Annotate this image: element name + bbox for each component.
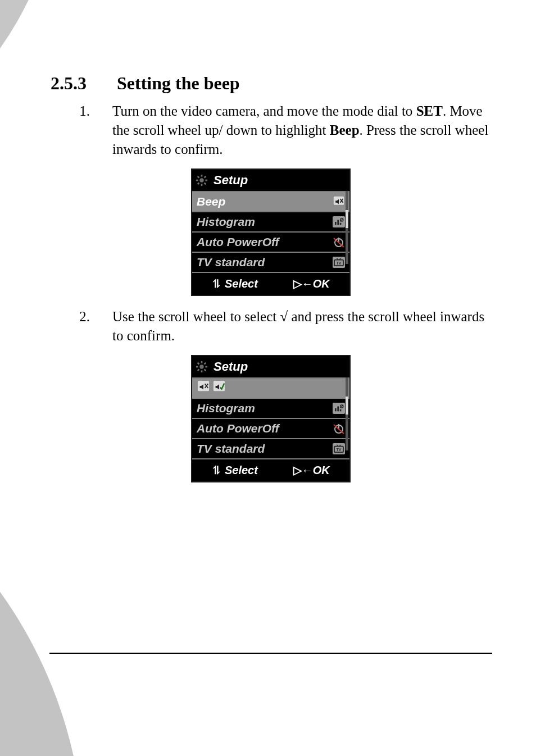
svg-line-30	[205, 370, 206, 371]
svg-point-0	[199, 178, 203, 182]
svg-line-31	[198, 370, 199, 371]
menu-item-histogram[interactable]: Histogram	[192, 212, 349, 233]
steps-list: 1. Turn on the video camera, and move th…	[51, 102, 491, 490]
svg-line-32	[205, 363, 206, 365]
histogram-icon	[333, 403, 345, 414]
svg-rect-13	[337, 220, 339, 225]
menu-item-autopoweroff[interactable]: Auto PowerOff	[192, 419, 349, 439]
section-number: 2.5.3	[51, 73, 112, 94]
svg-text:TV: TV	[336, 448, 341, 453]
device-screen-1: Setup Beep Histogram	[191, 168, 351, 296]
svg-line-7	[198, 183, 199, 185]
screenshot-row: Setup	[51, 348, 491, 490]
step-body: Use the scroll wheel to select √ and pre…	[112, 307, 491, 345]
speaker-on-icon	[212, 380, 226, 397]
menu-beep: Beep	[330, 122, 360, 138]
svg-line-29	[198, 363, 199, 365]
section-heading: 2.5.3 Setting the beep	[51, 73, 491, 94]
step-1: 1. Turn on the video camera, and move th…	[51, 102, 491, 158]
press-in-icon: ▷←	[293, 277, 313, 290]
select-hint: ⥮ Select	[212, 463, 258, 478]
svg-text:TV: TV	[336, 261, 341, 266]
ok-hint: ▷←OK	[293, 276, 330, 292]
menu-item-tvstandard[interactable]: TV standard TV	[192, 253, 349, 272]
menu-item-tvstandard[interactable]: TV standard TV	[192, 439, 349, 458]
svg-rect-38	[337, 407, 339, 412]
scroll-icon: ⥮	[212, 277, 221, 290]
gear-icon	[196, 174, 208, 186]
svg-rect-37	[335, 408, 337, 411]
svg-point-24	[199, 365, 203, 369]
speaker-muted-icon	[333, 195, 345, 208]
screenshot-row: Setup Beep Histogram	[51, 162, 491, 304]
check-symbol: √	[280, 309, 288, 324]
lcd-header: Setup	[192, 170, 349, 191]
svg-line-5	[198, 176, 199, 178]
lcd-header: Setup	[192, 356, 349, 377]
gear-icon	[196, 361, 208, 373]
lcd-menu: Beep Histogram Auto PowerO	[192, 191, 349, 273]
step-number: 1.	[51, 102, 112, 121]
svg-rect-14	[340, 223, 342, 225]
svg-rect-39	[340, 409, 342, 412]
histogram-icon	[333, 216, 345, 227]
power-off-icon	[333, 423, 345, 434]
page-divider	[49, 653, 492, 654]
svg-rect-12	[335, 222, 337, 225]
lcd-menu: Histogram Auto PowerOff TV	[192, 377, 349, 459]
lcd-title: Setup	[214, 358, 248, 375]
menu-item-beep-options[interactable]	[192, 379, 349, 399]
svg-line-8	[205, 176, 206, 178]
scroll-icon: ⥮	[212, 464, 221, 476]
press-in-icon: ▷←	[293, 464, 313, 476]
menu-item-histogram[interactable]: Histogram	[192, 399, 349, 419]
lcd-footer: ⥮ Select ▷←OK	[192, 459, 349, 481]
tv-icon: TV	[333, 443, 345, 454]
menu-item-beep[interactable]: Beep	[192, 192, 349, 212]
mode-set: SET	[416, 103, 443, 119]
scrollbar-thumb[interactable]	[346, 397, 348, 415]
lcd-title: Setup	[214, 172, 248, 189]
scrollbar-thumb[interactable]	[346, 210, 348, 228]
speaker-muted-icon	[197, 380, 210, 397]
step-body: Turn on the video camera, and move the m…	[112, 102, 491, 158]
tv-icon: TV	[333, 257, 345, 268]
content-column: 2.5.3 Setting the beep 1. Turn on the vi…	[51, 73, 491, 494]
power-off-icon	[333, 236, 345, 248]
lcd-footer: ⥮ Select ▷←OK	[192, 273, 349, 295]
device-screen-2: Setup	[191, 355, 351, 482]
select-hint: ⥮ Select	[212, 276, 258, 292]
ok-hint: ▷←OK	[293, 463, 330, 478]
svg-line-6	[205, 183, 206, 185]
section-title: Setting the beep	[117, 73, 240, 93]
step-number: 2.	[51, 307, 112, 326]
menu-item-autopoweroff[interactable]: Auto PowerOff	[192, 233, 349, 253]
step-2: 2. Use the scroll wheel to select √ and …	[51, 307, 491, 345]
